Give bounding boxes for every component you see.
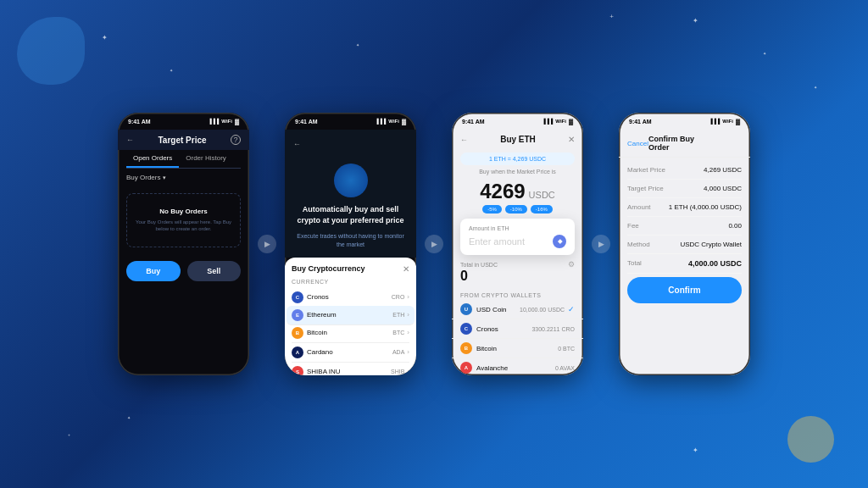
signal-icon-3: ▐▐▐: [542, 119, 554, 124]
wallet-item[interactable]: B Bitcoin 0 BTC: [452, 339, 583, 358]
time-2: 9:41 AM: [295, 119, 318, 125]
total-value: 0: [460, 269, 575, 284]
buy-crypto-sheet: Buy Cryptocurrency ✕ CURRENCY C Cronos C…: [285, 258, 416, 375]
total-section: Total in USDC ⚙ 0: [452, 255, 583, 289]
wallet-item[interactable]: C Cronos 3300.2211 CRO: [452, 319, 583, 339]
battery-icon-3: ▓: [569, 119, 573, 125]
back-icon-3[interactable]: ←: [460, 136, 468, 144]
phone1-bottom-btns: Buy Sell: [118, 254, 249, 288]
time-1: 9:41 AM: [128, 119, 151, 125]
amount-popup: Amount in ETH Enter amount ◆: [460, 219, 575, 255]
phone4-content: Cancel Confirm Buy Order Market Price 4,…: [619, 130, 750, 310]
phone4-header: Cancel Confirm Buy Order: [619, 130, 750, 158]
buy-button-1[interactable]: Buy: [126, 261, 181, 281]
wallet-list: U USD Coin 10,000.00 USDC ✓ C Cronos 330…: [452, 300, 583, 375]
status-bar-1: 9:41 AM ▐▐▐ WiFi ▓: [118, 113, 249, 130]
info-icon-1[interactable]: ?: [231, 135, 241, 145]
phone1-content: ← Target Price ? Open Orders Order Histo…: [118, 130, 249, 288]
phones-container: 9:41 AM ▐▐▐ WiFi ▓ ← Target Price ? Open…: [118, 113, 750, 375]
order-row: Total 4,000.00 USDC: [627, 254, 742, 274]
phone3-header: ← Buy ETH ✕: [452, 130, 583, 149]
sheet-header: Buy Cryptocurrency ✕: [292, 264, 409, 274]
promo-text: Automatically buy and sell crypto at you…: [293, 204, 408, 225]
battery-icon-4: ▓: [736, 119, 740, 125]
big-price: 4269: [480, 180, 525, 203]
order-row: Amount 1 ETH (4,000.00 USDC): [627, 198, 742, 217]
price-tags: -5% -10% -16%: [452, 205, 583, 214]
currency-item[interactable]: A Cardano ADA ›: [292, 343, 409, 363]
time-3: 9:41 AM: [462, 119, 485, 125]
empty-title: No Buy Orders: [134, 208, 233, 215]
wallet-item[interactable]: U USD Coin 10,000.00 USDC ✓: [452, 300, 583, 319]
arrow-1: ▶: [258, 235, 276, 253]
tab-order-history[interactable]: Order History: [179, 150, 233, 168]
status-bar-4: 9:41 AM ▐▐▐ WiFi ▓: [619, 113, 750, 130]
phone4-title: Confirm Buy Order: [648, 135, 716, 152]
wallet-item[interactable]: A Avalanche 0 AVAX: [452, 358, 583, 375]
price-tag-3[interactable]: -16%: [531, 205, 553, 214]
price-badge: 1 ETH = 4,269 USDC: [460, 152, 575, 165]
signal-icon-4: ▐▐▐: [709, 119, 721, 124]
phone1-header: ← Target Price ?: [118, 130, 249, 150]
amount-input-row: Enter amount ◆: [469, 235, 566, 248]
price-tag-1[interactable]: -5%: [482, 205, 502, 214]
currency-label: CURRENCY: [292, 279, 409, 285]
phone-3: 9:41 AM ▐▐▐ WiFi ▓ ← Buy ETH ✕ 1 ETH = 4…: [452, 113, 583, 375]
signal-icon-1: ▐▐▐: [209, 119, 220, 124]
sheet-title: Buy Cryptocurrency: [292, 264, 365, 273]
currency-item[interactable]: E Ethereum ETH ›: [287, 306, 415, 325]
close-icon[interactable]: ✕: [403, 264, 409, 274]
empty-orders-box: No Buy Orders Your Buy Orders will appea…: [126, 193, 241, 247]
phone3-content: ← Buy ETH ✕ 1 ETH = 4,269 USDC Buy when …: [452, 130, 583, 375]
tab-open-orders[interactable]: Open Orders: [126, 150, 179, 168]
phone-4: 9:41 AM ▐▐▐ WiFi ▓ Cancel Confirm Buy Or…: [619, 113, 750, 375]
currency-list: C Cronos CRO › E Ethereum ETH › B Bitcoi…: [292, 288, 409, 375]
order-row: Market Price 4,269 USDC: [627, 161, 742, 180]
promo-area: Automatically buy and sell crypto at you…: [285, 155, 416, 258]
order-row: Target Price 4,000 USDC: [627, 180, 742, 198]
cancel-button-4[interactable]: Cancel: [627, 140, 648, 147]
status-icons-4: ▐▐▐ WiFi ▓: [709, 119, 740, 125]
amount-input[interactable]: Enter amount: [469, 236, 525, 247]
buy-when: Buy when the Market Price is: [452, 169, 583, 175]
close-icon-3[interactable]: ✕: [568, 135, 575, 144]
back-icon-1[interactable]: ←: [126, 136, 134, 144]
sell-button-1[interactable]: Sell: [187, 261, 242, 281]
price-tag-2[interactable]: -10%: [505, 205, 527, 214]
wifi-icon-3: WiFi: [555, 119, 566, 124]
eth-icon: ◆: [553, 235, 566, 248]
phone-1: 9:41 AM ▐▐▐ WiFi ▓ ← Target Price ? Open…: [118, 113, 249, 375]
order-rows: Market Price 4,269 USDC Target Price 4,0…: [619, 158, 750, 277]
status-bar-2: 9:41 AM ▐▐▐ WiFi ▓: [285, 113, 416, 130]
status-icons-1: ▐▐▐ WiFi ▓: [209, 119, 239, 125]
phone2-dark-header: ←: [285, 130, 416, 155]
phone1-title: Target Price: [158, 136, 206, 145]
status-bar-3: 9:41 AM ▐▐▐ WiFi ▓: [452, 113, 583, 130]
signal-icon-2: ▐▐▐: [376, 119, 387, 124]
wifi-icon-1: WiFi: [221, 119, 232, 124]
confirm-button[interactable]: Confirm: [627, 277, 742, 303]
arrow-2: ▶: [425, 235, 443, 253]
phone3-title: Buy ETH: [500, 135, 536, 144]
currency-item[interactable]: S SHIBA INU SHIB ›: [292, 363, 409, 375]
orders-label[interactable]: Buy Orders ▾: [118, 169, 249, 186]
phone-2: 9:41 AM ▐▐▐ WiFi ▓ ← Automatically buy a…: [285, 113, 416, 375]
big-price-currency: USDC: [529, 190, 555, 200]
phone1-tabs: Open Orders Order History: [126, 150, 241, 169]
currency-item[interactable]: B Bitcoin BTC ›: [292, 324, 409, 343]
empty-desc: Your Buy Orders will appear here. Tap Bu…: [134, 219, 233, 233]
order-row: Fee 0.00: [627, 217, 742, 236]
total-settings-icon[interactable]: ⚙: [568, 260, 575, 269]
promo-sub: Execute trades without having to monitor…: [293, 232, 408, 249]
wifi-icon-4: WiFi: [722, 119, 733, 124]
currency-item[interactable]: C Cronos CRO ›: [292, 288, 409, 308]
arrow-3: ▶: [592, 235, 610, 253]
amount-label: Amount in ETH: [469, 225, 566, 231]
battery-icon-2: ▓: [402, 119, 406, 125]
back-icon-2[interactable]: ←: [293, 140, 301, 148]
wallets-label: FROM CRYPTO WALLETS: [452, 289, 583, 300]
phone2-content: ← Automatically buy and sell crypto at y…: [285, 130, 416, 375]
wifi-icon-2: WiFi: [388, 119, 399, 124]
chevron-down-icon: ▾: [163, 175, 166, 181]
time-4: 9:41 AM: [629, 119, 652, 125]
